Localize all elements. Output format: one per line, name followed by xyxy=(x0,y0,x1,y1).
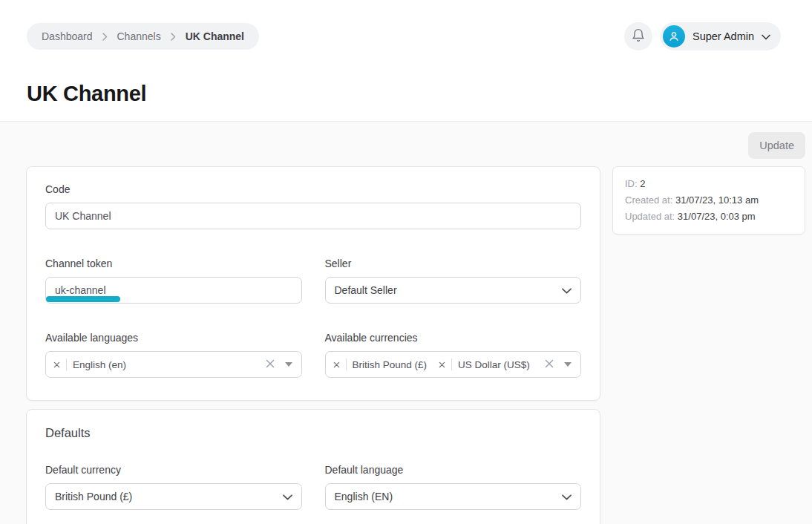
entity-meta-card: ID: 2 Created at: 31/07/23, 10:13 am Upd… xyxy=(612,166,805,235)
available-currencies-label: Available currencies xyxy=(325,332,582,344)
available-languages-multiselect[interactable]: English (en) xyxy=(45,351,302,378)
chevron-down-icon xyxy=(762,30,770,43)
available-languages-label: Available languages xyxy=(45,332,302,344)
x-icon xyxy=(545,359,554,370)
code-label: Code xyxy=(45,183,581,195)
default-language-label: Default language xyxy=(325,464,582,476)
x-icon xyxy=(266,359,275,370)
available-currencies-multiselect[interactable]: British Pound (£) US Dollar (US$) xyxy=(325,351,582,378)
code-input[interactable] xyxy=(45,203,581,229)
breadcrumb: Dashboard Channels UK Channel xyxy=(27,23,259,50)
clear-all-button[interactable] xyxy=(266,359,275,370)
currency-chip: British Pound (£) xyxy=(333,358,428,370)
available-currencies-field: Available currencies British Pound (£) xyxy=(325,332,582,378)
seller-selected-value: Default Seller xyxy=(335,284,397,296)
meta-updated-label: Updated at: xyxy=(625,211,675,222)
available-languages-field: Available languages English (en) xyxy=(45,332,302,378)
remove-chip-button[interactable] xyxy=(439,359,445,370)
chevron-down-icon xyxy=(562,491,572,502)
user-menu[interactable]: Super Admin xyxy=(660,22,781,50)
chip-divider xyxy=(346,358,347,370)
clear-all-button[interactable] xyxy=(545,359,554,370)
chevron-right-icon xyxy=(102,33,108,41)
dropdown-arrow-icon[interactable] xyxy=(285,362,292,367)
meta-id-label: ID: xyxy=(625,178,638,189)
page-title: UK Channel xyxy=(27,82,785,106)
top-right-actions: Super Admin xyxy=(624,22,781,50)
x-icon xyxy=(333,359,340,370)
seller-field: Seller Default Seller xyxy=(325,258,582,304)
seller-select[interactable]: Default Seller xyxy=(325,277,582,304)
actions-row: Update xyxy=(26,132,805,159)
meta-id: ID: 2 xyxy=(625,176,793,192)
chip-label: US Dollar (US$) xyxy=(458,359,530,370)
seller-label: Seller xyxy=(325,258,582,269)
main-column: Code Channel token Seller Defa xyxy=(26,166,600,524)
breadcrumb-item-current: UK Channel xyxy=(186,30,244,42)
bell-icon xyxy=(631,28,646,45)
notifications-button[interactable] xyxy=(624,22,652,50)
code-field: Code xyxy=(45,183,581,229)
default-currency-field: Default currency British Pound (£) xyxy=(45,464,302,510)
multiselect-controls xyxy=(266,359,292,370)
chip-label: British Pound (£) xyxy=(353,359,428,370)
currency-chip: US Dollar (US$) xyxy=(439,358,530,370)
default-currency-selected-value: British Pound (£) xyxy=(55,491,132,502)
top-bar: Dashboard Channels UK Channel xyxy=(0,0,812,50)
chevron-down-icon xyxy=(562,284,572,296)
default-language-field: Default language English (EN) xyxy=(325,464,582,510)
chip-label: English (en) xyxy=(73,359,126,370)
default-language-selected-value: English (EN) xyxy=(335,491,393,502)
chevron-right-icon xyxy=(171,33,176,41)
default-language-select[interactable]: English (EN) xyxy=(325,483,582,510)
defaults-heading: Defaults xyxy=(45,426,581,440)
meta-updated-value: 31/07/23, 0:03 pm xyxy=(678,211,756,222)
default-currency-select[interactable]: British Pound (£) xyxy=(45,483,302,510)
channel-token-field: Channel token xyxy=(45,258,302,304)
side-column: ID: 2 Created at: 31/07/23, 10:13 am Upd… xyxy=(612,166,805,235)
breadcrumb-item-channels[interactable]: Channels xyxy=(117,30,161,42)
meta-created: Created at: 31/07/23, 10:13 am xyxy=(625,192,793,209)
remove-chip-button[interactable] xyxy=(333,359,340,370)
content-area: Update Code Channel token xyxy=(0,121,812,524)
language-chip: English (en) xyxy=(53,358,126,370)
update-button[interactable]: Update xyxy=(748,132,805,159)
chip-divider xyxy=(66,358,67,370)
breadcrumb-item-dashboard[interactable]: Dashboard xyxy=(42,30,93,42)
defaults-card: Defaults Default currency British Pound … xyxy=(26,409,600,524)
channel-token-label: Channel token xyxy=(45,258,302,269)
avatar xyxy=(663,25,685,48)
token-underline-highlight xyxy=(46,296,120,302)
default-currency-label: Default currency xyxy=(45,464,302,476)
user-name: Super Admin xyxy=(693,30,754,42)
dropdown-arrow-icon[interactable] xyxy=(564,362,572,367)
multiselect-controls xyxy=(545,359,572,370)
chip-divider xyxy=(451,358,452,370)
meta-created-value: 31/07/23, 10:13 am xyxy=(675,194,759,206)
chevron-down-icon xyxy=(283,491,292,502)
x-icon xyxy=(53,359,60,370)
title-section: UK Channel xyxy=(0,50,812,121)
meta-id-value: 2 xyxy=(640,178,645,189)
meta-created-label: Created at: xyxy=(625,194,672,206)
x-icon xyxy=(439,359,445,370)
channel-settings-card: Code Channel token Seller Defa xyxy=(26,166,600,401)
remove-chip-button[interactable] xyxy=(53,359,60,370)
meta-updated: Updated at: 31/07/23, 0:03 pm xyxy=(625,209,793,225)
